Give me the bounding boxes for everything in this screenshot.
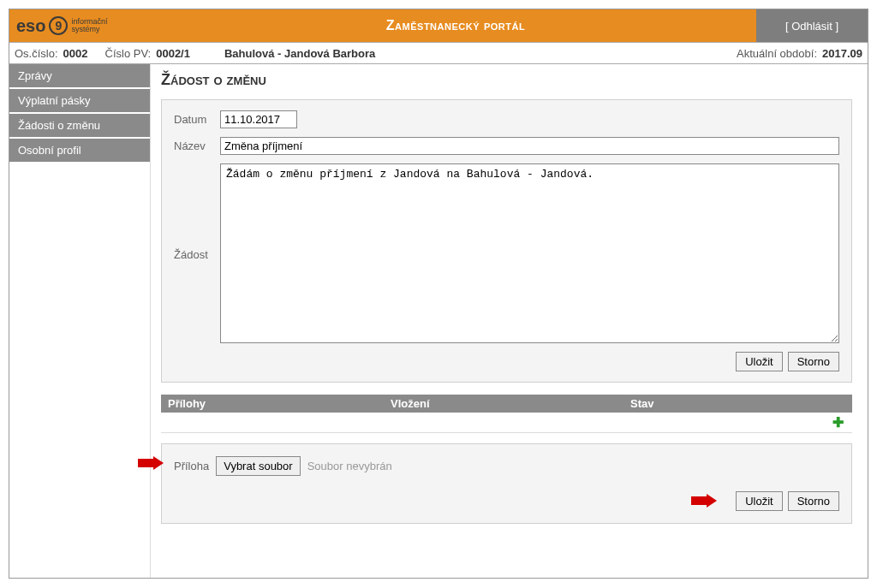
cislo-pv-value: 0002/1: [156, 47, 190, 60]
name-input[interactable]: [220, 137, 839, 155]
logo: eso 9 informační systémy: [9, 16, 155, 36]
os-cislo-value: 0002: [63, 47, 88, 60]
svg-marker-1: [691, 494, 717, 508]
period-label: Aktuální období:: [737, 47, 817, 60]
sidebar-item-zadosti-o-zmenu[interactable]: Žádosti o změnu: [9, 114, 150, 139]
save-button[interactable]: Uložit: [736, 352, 783, 371]
logo-text: eso: [16, 16, 45, 36]
period-value: 2017.09: [822, 47, 862, 60]
body-area: Zprávy Výplatní pásky Žádosti o změnu Os…: [9, 64, 868, 578]
request-form: Datum Název Žádost Uložit Storno: [161, 99, 852, 383]
sidebar: Zprávy Výplatní pásky Žádosti o změnu Os…: [9, 64, 151, 578]
choose-file-button[interactable]: Vybrat soubor: [216, 456, 300, 476]
attachment-cancel-button[interactable]: Storno: [788, 491, 839, 511]
header-bar: eso 9 informační systémy Zaměstnanecký p…: [9, 9, 868, 42]
logo-subtext: informační systémy: [71, 18, 107, 33]
col-stav: Stav: [623, 395, 852, 413]
attachments-add-row: ✚: [161, 413, 852, 433]
employee-name: Bahulová - Jandová Barbora: [224, 47, 375, 60]
date-input[interactable]: [220, 110, 297, 128]
col-vlozeni: Vložení: [384, 395, 623, 413]
info-bar: Os.číslo: 0002 Číslo PV: 0002/1 Bahulová…: [9, 42, 868, 64]
app-title: Zaměstnanecký portál: [155, 18, 756, 33]
red-arrow-icon: [691, 494, 717, 508]
cislo-pv-label: Číslo PV:: [105, 47, 152, 60]
os-cislo-label: Os.číslo:: [15, 47, 58, 60]
page-title: Žádost o změnu: [161, 71, 852, 89]
attachments-header: Přílohy Vložení Stav: [161, 395, 852, 413]
date-label: Datum: [174, 110, 220, 126]
request-textarea[interactable]: [220, 163, 839, 343]
attachment-label: Příloha: [174, 460, 209, 472]
cancel-button[interactable]: Storno: [788, 352, 839, 371]
name-label: Název: [174, 137, 220, 152]
form-button-row: Uložit Storno: [174, 352, 839, 371]
sidebar-item-zpravy[interactable]: Zprávy: [9, 64, 150, 89]
attachment-save-button[interactable]: Uložit: [736, 491, 783, 511]
logo-nine-icon: 9: [49, 16, 68, 35]
svg-marker-0: [138, 456, 164, 470]
sidebar-item-vyplatni-pasky[interactable]: Výplatní pásky: [9, 89, 150, 114]
app-window: eso 9 informační systémy Zaměstnanecký p…: [9, 9, 868, 579]
logout-link[interactable]: [ Odhlásit ]: [756, 9, 868, 42]
request-label: Žádost: [174, 246, 220, 261]
red-arrow-icon: [138, 456, 164, 470]
col-prilohy: Přílohy: [161, 395, 384, 413]
file-status: Soubor nevybrán: [307, 460, 392, 472]
add-attachment-icon[interactable]: ✚: [832, 414, 844, 431]
main-content: Žádost o změnu Datum Název Žádost Uložit…: [151, 64, 868, 578]
attachment-form: Příloha Vybrat soubor Soubor nevybrán Ul…: [161, 443, 852, 524]
sidebar-item-osobni-profil[interactable]: Osobní profil: [9, 139, 150, 163]
